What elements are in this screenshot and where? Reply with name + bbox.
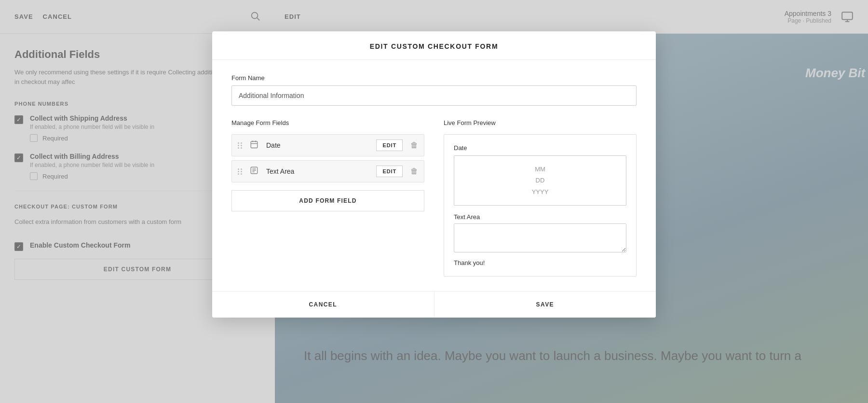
drag-dot (241, 168, 242, 170)
svg-rect-5 (251, 141, 258, 148)
manage-fields-heading: Manage Form Fields (231, 119, 424, 126)
drag-dot-row-2 (238, 171, 242, 172)
calendar-icon (250, 140, 258, 151)
drag-dot-row-1 (238, 142, 242, 144)
drag-dot (241, 171, 242, 172)
drag-dot-row-3 (238, 147, 242, 149)
date-yyyy: YYYY (532, 186, 549, 197)
drag-dot (238, 173, 239, 175)
preview-date-label: Date (454, 144, 626, 152)
date-delete-button[interactable]: 🗑 (410, 141, 418, 150)
drag-dot (241, 145, 242, 146)
preview-textarea[interactable] (454, 223, 626, 252)
drag-dot (238, 142, 239, 144)
textarea-field-row: Text Area EDIT 🗑 (231, 160, 424, 182)
drag-dot (238, 145, 239, 146)
form-name-label: Form Name (231, 74, 637, 82)
manage-fields-column: Manage Form Fields (231, 119, 424, 277)
date-field-row: Date EDIT 🗑 (231, 134, 424, 156)
date-mm: MM (535, 164, 545, 175)
modal: EDIT CUSTOM CHECKOUT FORM Form Name Mana… (212, 31, 656, 318)
drag-dot-row-1 (238, 168, 242, 170)
drag-dot (238, 147, 239, 149)
preview-textarea-label: Text Area (454, 213, 626, 221)
modal-title: EDIT CUSTOM CHECKOUT FORM (370, 42, 499, 50)
modal-cancel-button[interactable]: CANCEL (212, 292, 434, 318)
modal-body: Form Name Manage Form Fields (212, 60, 656, 291)
date-field-name: Date (266, 141, 371, 149)
modal-header: EDIT CUSTOM CHECKOUT FORM (212, 31, 656, 60)
modal-columns: Manage Form Fields (231, 119, 637, 277)
drag-dot (241, 142, 242, 144)
textarea-edit-button[interactable]: EDIT (376, 166, 403, 177)
textarea-field-name: Text Area (266, 167, 371, 175)
drag-dot (241, 147, 242, 149)
modal-footer: CANCEL SAVE (212, 291, 656, 318)
date-preview: MM DD YYYY (454, 155, 626, 206)
thank-you-text: Thank you! (454, 259, 626, 266)
preview-box: Date MM DD YYYY Text Area Thank you! (444, 134, 637, 277)
drag-dot (238, 168, 239, 170)
live-preview-column: Live Form Preview Date MM DD YYYY Text A… (444, 119, 637, 277)
drag-dot (238, 171, 239, 172)
textarea-drag-handle[interactable] (238, 168, 242, 175)
date-dd: DD (536, 175, 545, 186)
date-drag-handle[interactable] (238, 142, 242, 149)
live-preview-heading: Live Form Preview (444, 119, 637, 126)
textarea-delete-button[interactable]: 🗑 (410, 167, 418, 176)
drag-dot-row-3 (238, 173, 242, 175)
date-edit-button[interactable]: EDIT (376, 139, 403, 151)
modal-save-button[interactable]: SAVE (434, 292, 656, 318)
drag-dot (241, 173, 242, 175)
drag-dot-row-2 (238, 145, 242, 146)
add-form-field-button[interactable]: ADD FORM FIELD (231, 190, 424, 211)
form-name-input[interactable] (231, 85, 637, 106)
textarea-icon (250, 166, 258, 177)
